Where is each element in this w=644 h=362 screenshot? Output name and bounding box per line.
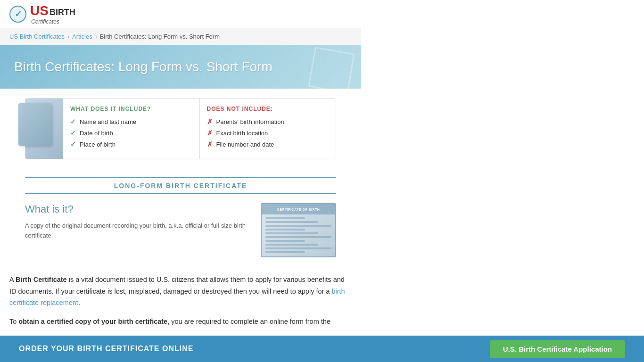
excludes-title: DOES NOT INCLUDE:	[207, 106, 329, 112]
cert-line-7	[265, 240, 305, 242]
certificate-image: CERTIFICATE OF BIRTH	[261, 203, 336, 257]
article-para-1: A Birth Certificate is a vital document …	[9, 274, 352, 309]
cta-bar: ORDER YOUR BIRTH CERTIFICATE ONLINE U.S.…	[0, 336, 644, 362]
x-icon-1: ✗	[207, 118, 213, 125]
exclude-item-1: ✗ Parents' birth information	[207, 118, 329, 125]
info-card-area: WHAT DOES IT INCLUDE? ✓ Name and last na…	[0, 89, 361, 169]
right-panel	[361, 0, 644, 362]
cta-left-text: ORDER YOUR BIRTH CERTIFICATE ONLINE	[19, 345, 193, 353]
long-form-body: What is it? A copy of the original docum…	[25, 203, 336, 257]
obtain-cert-bold: obtain a certified copy of your birth ce…	[18, 318, 167, 325]
info-card: WHAT DOES IT INCLUDE? ✓ Name and last na…	[25, 98, 336, 159]
para2-pre: To	[9, 318, 18, 325]
para2-post: , you are required to complete an online…	[167, 318, 330, 325]
breadcrumb-current: Birth Certificates: Long Form vs. Short …	[100, 33, 220, 40]
x-icon-3: ✗	[207, 140, 213, 148]
breadcrumb-sep2: ›	[95, 33, 97, 40]
include-item-1: ✓ Name and last name	[70, 118, 192, 125]
cert-line-5	[265, 232, 318, 234]
include-label-1: Name and last name	[80, 118, 136, 125]
exclude-label-1: Parents' birth information	[216, 118, 284, 125]
logo-us-text: USBIRTH	[30, 3, 75, 18]
document-thumbnail	[18, 103, 51, 146]
exclude-item-3: ✗ File number and date	[207, 140, 329, 148]
card-excludes: DOES NOT INCLUDE: ✗ Parents' birth infor…	[200, 99, 336, 159]
article-body: A Birth Certificate is a vital document …	[0, 267, 361, 342]
check-icon-1: ✓	[70, 118, 76, 125]
line-bottom	[25, 193, 336, 194]
long-form-section: LONG-FORM BIRTH CERTIFICATE What is it? …	[25, 173, 336, 257]
para1-post: .	[78, 299, 80, 306]
cert-header-bar: CERTIFICATE OF BIRTH	[262, 204, 335, 214]
cert-line-10	[265, 251, 305, 253]
cert-line-8	[265, 244, 318, 246]
cert-line-2	[265, 221, 318, 223]
exclude-item-2: ✗ Exact birth location	[207, 129, 329, 137]
includes-title: WHAT DOES IT INCLUDE?	[70, 106, 192, 112]
check-icon: ✓	[15, 9, 22, 19]
para1-pre: A	[9, 276, 16, 283]
page-title: Birth Certificates: Long Form vs. Short …	[14, 59, 347, 74]
cert-line-1	[265, 217, 305, 219]
card-includes: WHAT DOES IT INCLUDE? ✓ Name and last na…	[63, 99, 199, 159]
breadcrumb: US Birth Certificates › Articles › Birth…	[0, 28, 361, 45]
long-form-title-area: LONG-FORM BIRTH CERTIFICATE	[25, 177, 336, 194]
what-is-it-heading: What is it?	[25, 203, 251, 215]
what-is-it-desc: A copy of the original document recordin…	[25, 221, 251, 241]
site-header: ✓ USBIRTH Certificates	[0, 0, 361, 28]
include-item-3: ✓ Place of birth	[70, 140, 192, 148]
cert-line-6	[265, 236, 331, 238]
breadcrumb-link-home[interactable]: US Birth Certificates	[9, 33, 65, 40]
cert-line-3	[265, 225, 331, 227]
cert-lines	[265, 217, 331, 253]
cta-button[interactable]: U.S. Birth Certificate Application	[490, 340, 625, 358]
check-icon-3: ✓	[70, 140, 76, 148]
breadcrumb-sep1: ›	[67, 33, 69, 40]
cert-line-9	[265, 247, 331, 249]
long-form-container: LONG-FORM BIRTH CERTIFICATE What is it? …	[0, 169, 361, 267]
line-top	[25, 177, 336, 178]
logo-icon: ✓	[9, 6, 26, 23]
breadcrumb-link-articles[interactable]: Articles	[72, 33, 92, 40]
check-icon-2: ✓	[70, 129, 76, 137]
main-content: WHAT DOES IT INCLUDE? ✓ Name and last na…	[0, 89, 361, 342]
logo-text-area: USBIRTH Certificates	[30, 3, 75, 25]
x-icon-2: ✗	[207, 129, 213, 137]
article-para-2: To obtain a certified copy of your birth…	[9, 316, 352, 328]
what-is-it-text: What is it? A copy of the original docum…	[25, 203, 251, 241]
hero-banner: Birth Certificates: Long Form vs. Short …	[0, 45, 361, 89]
include-label-3: Place of birth	[80, 141, 116, 148]
include-label-2: Date of birth	[80, 130, 113, 137]
cert-line-4	[265, 229, 305, 230]
birth-cert-bold: Birth Certificate	[16, 276, 67, 283]
long-form-title: LONG-FORM BIRTH CERTIFICATE	[109, 182, 252, 189]
card-left-image	[25, 99, 63, 159]
exclude-label-3: File number and date	[216, 141, 274, 148]
include-item-2: ✓ Date of birth	[70, 129, 192, 137]
exclude-label-2: Exact birth location	[216, 130, 268, 137]
logo-certificates-text: Certificates	[31, 18, 75, 25]
logo[interactable]: ✓ USBIRTH Certificates	[9, 3, 75, 25]
